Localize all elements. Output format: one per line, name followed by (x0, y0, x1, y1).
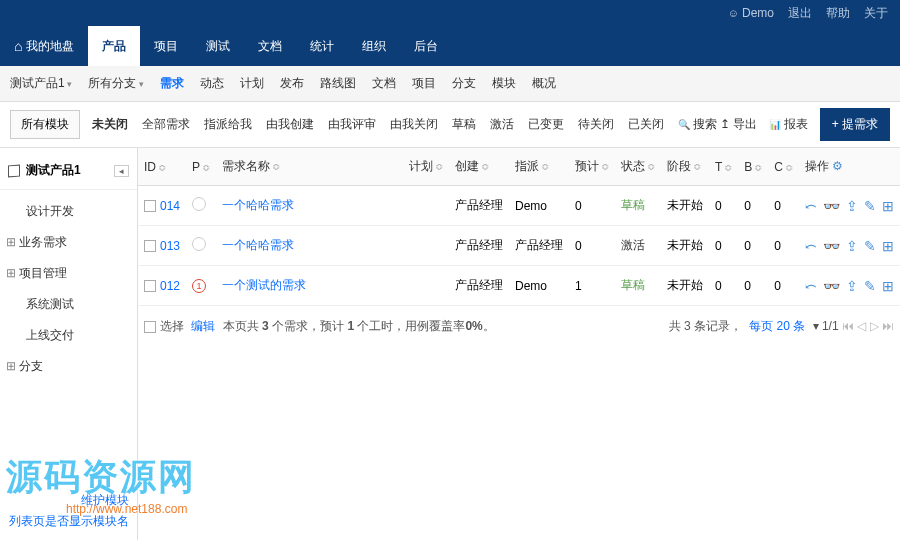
tree-item[interactable]: 项目管理 (0, 258, 137, 289)
subnav-item[interactable]: 计划 (240, 75, 264, 92)
status-cell: 草稿 (615, 266, 661, 306)
user-menu[interactable]: Demo (728, 6, 774, 20)
col-c[interactable]: C (768, 148, 799, 186)
subnav-item[interactable]: 文档 (372, 75, 396, 92)
change-icon[interactable]: ⤺ (805, 278, 817, 294)
filter-item[interactable]: 指派给我 (204, 116, 252, 133)
page-last-icon[interactable]: ⏭ (882, 319, 894, 333)
priority-badge (192, 237, 206, 251)
change-icon[interactable]: ⤺ (805, 238, 817, 254)
nav-project[interactable]: 项目 (140, 26, 192, 66)
gear-icon[interactable]: ⚙ (832, 159, 843, 173)
tree-item[interactable]: 分支 (0, 351, 137, 382)
filter-item[interactable]: 由我关闭 (390, 116, 438, 133)
page-next-icon[interactable]: ▷ (870, 319, 879, 333)
all-modules-button[interactable]: 所有模块 (10, 110, 80, 139)
tree-item[interactable]: 设计开发 (0, 196, 137, 227)
subnav-item[interactable]: 需求 (160, 75, 184, 92)
logout-link[interactable]: 退出 (788, 5, 812, 22)
nav-product[interactable]: 产品 (88, 26, 140, 66)
change-icon[interactable]: ⤺ (805, 198, 817, 214)
create-story-button[interactable]: 提需求 (820, 108, 890, 141)
table-row: 0121一个测试的需求产品经理Demo1草稿未开始000⤺👓⇪✎⊞ (138, 266, 900, 306)
nav-doc[interactable]: 文档 (244, 26, 296, 66)
report-button[interactable]: 报表 (769, 116, 808, 133)
row-checkbox[interactable] (144, 200, 156, 212)
story-id-link[interactable]: 014 (160, 199, 180, 213)
col-pri[interactable]: P (186, 148, 216, 186)
story-id-link[interactable]: 013 (160, 239, 180, 253)
tree-item[interactable]: 业务需求 (0, 227, 137, 258)
batch-edit-link[interactable]: 编辑 (191, 319, 215, 333)
nav-stat[interactable]: 统计 (296, 26, 348, 66)
page-first-icon[interactable]: ⏮ (842, 319, 854, 333)
story-name-link[interactable]: 一个哈哈需求 (222, 238, 294, 252)
subnav-item[interactable]: 分支 (452, 75, 476, 92)
col-status[interactable]: 状态 (615, 148, 661, 186)
product-icon (8, 164, 20, 177)
review-icon[interactable]: 👓 (823, 238, 840, 254)
row-checkbox[interactable] (144, 280, 156, 292)
subnav-item[interactable]: 概况 (532, 75, 556, 92)
filter-item[interactable]: 激活 (490, 116, 514, 133)
col-plan[interactable]: 计划 (403, 148, 449, 186)
filter-item[interactable]: 由我创建 (266, 116, 314, 133)
branch-dropdown[interactable]: 所有分支 (88, 75, 144, 92)
col-assign[interactable]: 指派 (509, 148, 569, 186)
col-name[interactable]: 需求名称 (216, 148, 403, 186)
filter-item[interactable]: 已变更 (528, 116, 564, 133)
filter-item[interactable]: 全部需求 (142, 116, 190, 133)
subnav-item[interactable]: 动态 (200, 75, 224, 92)
toggle-module-name-link[interactable]: 列表页是否显示模块名 (8, 511, 129, 532)
export-button[interactable]: 导出 (720, 116, 757, 133)
split-icon[interactable]: ⊞ (882, 278, 894, 294)
split-icon[interactable]: ⊞ (882, 238, 894, 254)
chart-icon[interactable]: ⇪ (846, 278, 858, 294)
filter-item[interactable]: 由我评审 (328, 116, 376, 133)
col-id[interactable]: ID (138, 148, 186, 186)
edit-icon[interactable]: ✎ (864, 278, 876, 294)
help-link[interactable]: 帮助 (826, 5, 850, 22)
story-name-link[interactable]: 一个哈哈需求 (222, 198, 294, 212)
filter-item[interactable]: 草稿 (452, 116, 476, 133)
main-nav: 我的地盘产品项目测试文档统计组织后台 (0, 26, 900, 66)
product-dropdown[interactable]: 测试产品1 (10, 75, 72, 92)
review-icon[interactable]: 👓 (823, 198, 840, 214)
chart-icon[interactable]: ⇪ (846, 198, 858, 214)
filter-item[interactable]: 未关闭 (92, 116, 128, 133)
tree-item[interactable]: 上线交付 (0, 320, 137, 351)
col-est[interactable]: 预计 (569, 148, 615, 186)
about-link[interactable]: 关于 (864, 5, 888, 22)
edit-icon[interactable]: ✎ (864, 198, 876, 214)
review-icon[interactable]: 👓 (823, 278, 840, 294)
subnav-item[interactable]: 模块 (492, 75, 516, 92)
subnav-item[interactable]: 发布 (280, 75, 304, 92)
module-sidebar: 测试产品1 ◂ 设计开发业务需求项目管理系统测试上线交付分支 维护模块 列表页是… (0, 148, 138, 540)
col-creator[interactable]: 创建 (449, 148, 509, 186)
subnav-item[interactable]: 路线图 (320, 75, 356, 92)
chart-icon[interactable]: ⇪ (846, 238, 858, 254)
row-checkbox[interactable] (144, 240, 156, 252)
story-id-link[interactable]: 012 (160, 279, 180, 293)
filter-item[interactable]: 待关闭 (578, 116, 614, 133)
nav-admin[interactable]: 后台 (400, 26, 452, 66)
checkbox-footer[interactable] (144, 321, 156, 333)
tree-item[interactable]: 系统测试 (0, 289, 137, 320)
nav-test[interactable]: 测试 (192, 26, 244, 66)
split-icon[interactable]: ⊞ (882, 198, 894, 214)
nav-org[interactable]: 组织 (348, 26, 400, 66)
edit-icon[interactable]: ✎ (864, 238, 876, 254)
subnav-item[interactable]: 项目 (412, 75, 436, 92)
story-name-link[interactable]: 一个测试的需求 (222, 278, 306, 292)
priority-badge (192, 197, 206, 211)
page-prev-icon[interactable]: ◁ (857, 319, 866, 333)
filter-item[interactable]: 搜索 (678, 116, 717, 133)
col-b[interactable]: B (738, 148, 768, 186)
col-t[interactable]: T (709, 148, 738, 186)
col-stage[interactable]: 阶段 (661, 148, 709, 186)
manage-modules-link[interactable]: 维护模块 (8, 490, 129, 511)
nav-home[interactable]: 我的地盘 (0, 26, 88, 66)
sidebar-collapse-button[interactable]: ◂ (114, 165, 129, 177)
filter-item[interactable]: 已关闭 (628, 116, 664, 133)
perpage-dropdown[interactable]: 每页 20 条 (749, 319, 805, 333)
